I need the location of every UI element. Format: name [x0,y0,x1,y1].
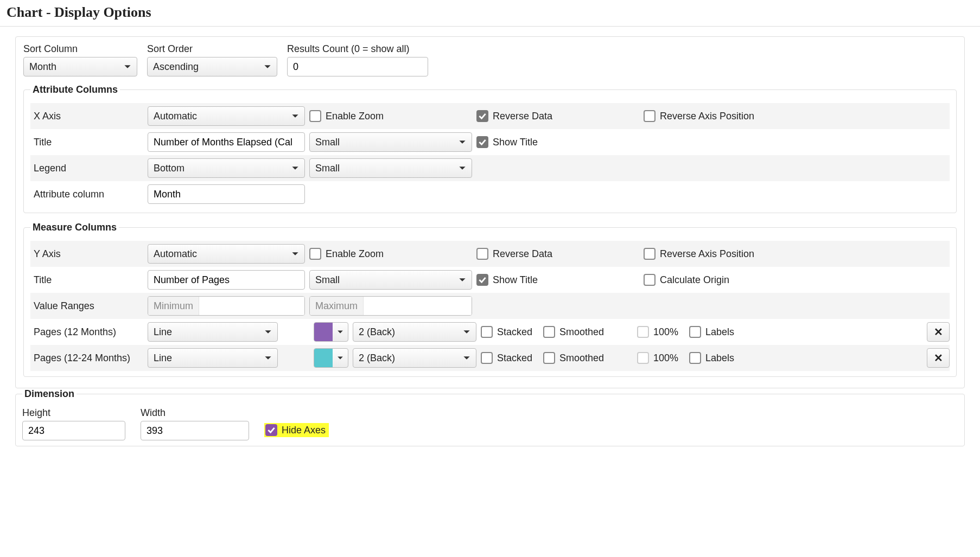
yaxis-reverse-axis-pos-checkbox[interactable]: Reverse Axis Position [644,248,754,260]
enable-zoom-text: Enable Zoom [326,111,384,122]
min-input-wrap: Minimum [148,296,305,316]
legend-position-select[interactable]: Bottom [148,158,305,178]
value-ranges-row: Value Ranges Minimum Maximum [30,293,950,319]
series-smoothed-checkbox[interactable]: Smoothed [543,326,604,338]
checkbox-icon [309,110,321,122]
attribute-columns-legend: Attribute Columns [30,84,120,95]
meas-title-size-select[interactable]: Small [309,270,472,290]
height-label: Height [22,407,125,419]
series-labels-checkbox[interactable]: Labels [689,326,734,338]
series-type-value: Line [154,326,172,338]
xaxis-row: X Axis Automatic Enable Zoom Reverse Dat… [30,103,950,129]
min-input[interactable] [199,297,304,315]
smoothed-text: Smoothed [559,353,604,364]
color-swatch [314,323,333,341]
chevron-down-icon [124,63,131,71]
max-input[interactable] [364,297,472,315]
checkbox-icon [637,352,649,364]
checkbox-icon [476,110,488,122]
chevron-down-icon [463,354,470,362]
attr-title-input[interactable] [148,132,305,152]
checkbox-icon [265,424,277,436]
checkbox-icon [476,248,488,260]
series-name: Pages (12 Months) [30,326,143,338]
series-smoothed-checkbox[interactable]: Smoothed [543,352,604,364]
xaxis-enable-zoom-checkbox[interactable]: Enable Zoom [309,110,384,122]
series-100pct-checkbox[interactable]: 100% [637,326,678,338]
labels-text: Labels [705,326,734,338]
legend-row: Legend Bottom Small [30,155,950,181]
checkbox-icon [644,110,656,122]
series-100pct-checkbox[interactable]: 100% [637,352,678,364]
measure-columns-section: Measure Columns Y Axis Automatic Enable … [23,222,957,377]
chevron-down-icon [291,112,299,120]
meas-title-label: Title [30,274,143,286]
series-layer-select[interactable]: 2 (Back) [353,348,476,368]
legend-size-select[interactable]: Small [309,158,472,178]
series-row: Pages (12 Months) Line 2 (Back) [30,319,950,345]
checkbox-icon [543,326,555,338]
series-layer-value: 2 (Back) [359,326,395,338]
yaxis-value: Automatic [154,248,197,260]
meas-title-input[interactable] [148,270,305,290]
dimension-section: Dimension Height Width Hide Axes [15,388,965,446]
calculate-origin-text: Calculate Origin [660,274,729,286]
legend-label: Legend [30,163,143,174]
checkbox-icon [309,248,321,260]
value-ranges-label: Value Ranges [30,300,143,312]
calculate-origin-checkbox[interactable]: Calculate Origin [644,274,729,286]
attr-title-label: Title [30,137,143,148]
checkbox-icon [481,326,493,338]
attr-column-input[interactable] [148,184,305,204]
series-layer-select[interactable]: 2 (Back) [353,322,476,342]
yaxis-enable-zoom-checkbox[interactable]: Enable Zoom [309,248,384,260]
sort-order-select[interactable]: Ascending [147,57,277,76]
height-input[interactable] [22,421,125,440]
series-stacked-checkbox[interactable]: Stacked [481,326,532,338]
series-name: Pages (12-24 Months) [30,353,143,364]
legend-position-value: Bottom [154,163,184,174]
series-remove-button[interactable]: ✕ [927,322,950,342]
results-count-input[interactable] [287,57,428,76]
series-type-select[interactable]: Line [148,322,278,342]
series-row: Pages (12-24 Months) Line 2 (Back) [30,345,950,371]
checkbox-icon [476,136,488,148]
yaxis-reverse-data-checkbox[interactable]: Reverse Data [476,248,552,260]
series-labels-checkbox[interactable]: Labels [689,352,734,364]
reverse-data-text: Reverse Data [493,248,552,260]
close-icon: ✕ [934,325,943,338]
attr-title-size-select[interactable]: Small [309,132,472,152]
chevron-down-icon [459,276,466,284]
sort-order-label: Sort Order [147,43,277,55]
width-input[interactable] [141,421,249,440]
series-color-select[interactable] [314,348,348,368]
top-row: Sort Column Month Sort Order Ascending R… [23,43,957,76]
hide-axes-checkbox[interactable]: Hide Axes [265,424,326,436]
xaxis-select[interactable]: Automatic [148,106,305,126]
xaxis-reverse-data-checkbox[interactable]: Reverse Data [476,110,552,122]
color-swatch [314,349,333,367]
series-stacked-checkbox[interactable]: Stacked [481,352,532,364]
meas-title-size-value: Small [315,274,340,286]
stacked-text: Stacked [497,326,532,338]
reverse-axis-pos-text: Reverse Axis Position [660,248,754,260]
attr-show-title-checkbox[interactable]: Show Title [476,136,538,148]
width-label: Width [141,407,249,419]
series-type-select[interactable]: Line [148,348,278,368]
legend-size-value: Small [315,163,340,174]
chevron-down-icon [291,250,299,258]
series-color-select[interactable] [314,322,348,342]
chevron-down-icon [264,354,272,362]
series-remove-button[interactable]: ✕ [927,348,950,368]
checkbox-icon [481,352,493,364]
sort-column-select[interactable]: Month [23,57,137,76]
attr-column-label: Attribute column [30,189,143,200]
xaxis-reverse-axis-pos-checkbox[interactable]: Reverse Axis Position [644,110,754,122]
max-input-wrap: Maximum [309,296,472,316]
attribute-columns-section: Attribute Columns X Axis Automatic Enabl… [23,84,957,213]
checkbox-icon [476,274,488,286]
meas-show-title-checkbox[interactable]: Show Title [476,274,538,286]
yaxis-select[interactable]: Automatic [148,244,305,264]
max-placeholder: Maximum [310,297,364,315]
labels-text: Labels [705,353,734,364]
